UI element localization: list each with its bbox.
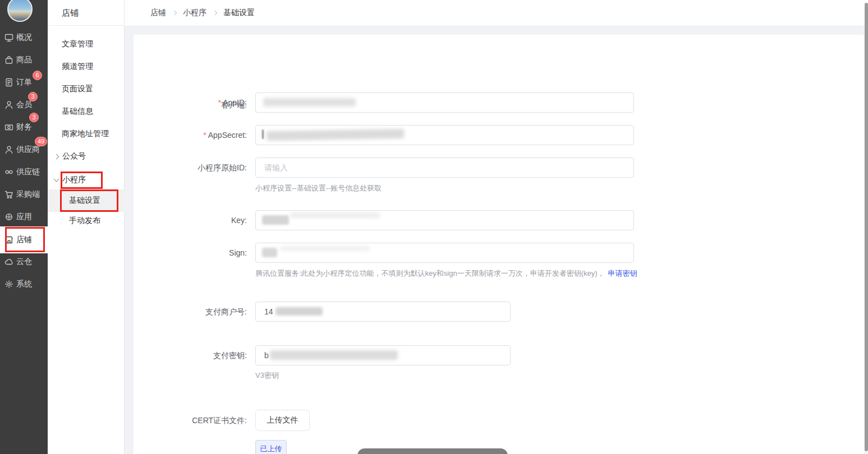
sidebar-item-label: 供应商 [16, 145, 40, 155]
sidebar-item-cloud-warehouse[interactable]: 云仓 [0, 251, 48, 273]
submenu-item-label: 基础信息 [62, 106, 93, 117]
submenu-item-addresses[interactable]: 商家地址管理 [48, 123, 125, 145]
sidebar-item-procurement[interactable]: 采购端 [0, 183, 48, 206]
dashboard-icon [4, 33, 13, 42]
uploaded-label: 已上传 [260, 444, 282, 454]
cert-label: CERT证书文件: [134, 410, 247, 430]
original-id-input[interactable] [255, 157, 634, 178]
appid-label: AppID: [223, 98, 247, 107]
apply-key-link[interactable]: 申请密钥 [608, 269, 637, 277]
pay-secret-label: 支付密钥: [134, 345, 247, 365]
appsecret-label: AppSecret: [208, 131, 247, 140]
merchant-id-field-wrap [255, 302, 511, 322]
sidebar-item-system[interactable]: 系统 [0, 273, 48, 295]
sidebar-item-overview[interactable]: 概况 [0, 26, 48, 49]
sidebar-item-label: 云仓 [16, 257, 32, 267]
sidebar-item-finance[interactable]: 财务 [0, 116, 48, 138]
submenu-item-label: 公众号 [62, 151, 86, 161]
key-field-wrap [255, 210, 634, 230]
sign-field-wrap [255, 243, 634, 263]
key-input[interactable] [255, 210, 634, 230]
upload-file-label: 上传文件 [267, 415, 298, 425]
submenu-item-label: 手动发布 [69, 216, 100, 226]
submenu-item-pages[interactable]: 页面设置 [48, 78, 125, 100]
appsecret-label-wrap: *AppSecret: [134, 125, 247, 145]
secondary-sidebar: 店铺 文章管理 频道管理 页面设置 基础信息 商家地址管理 公众号 小程序 基础… [48, 0, 125, 454]
submenu-item-label: 页面设置 [62, 84, 93, 94]
main-sidebar: 概况 商品 订单 会员 财务 供应商 供应链 采购端 [0, 0, 48, 454]
upload-file-button[interactable]: 上传文件 [255, 410, 310, 431]
sign-label: Sign: [134, 243, 247, 263]
chevron-right-icon [54, 154, 59, 159]
original-id-label: 小程序原始ID: [134, 157, 247, 178]
sidebar-item-label: 财务 [16, 122, 32, 132]
cart-icon [4, 190, 13, 199]
sidebar-item-label: 供应链 [16, 167, 40, 177]
appid-input[interactable] [255, 92, 634, 113]
supply-chain-icon [4, 168, 13, 177]
submenu-title: 店铺 [62, 0, 79, 26]
goods-icon [4, 55, 13, 64]
submenu-item-label: 文章管理 [62, 39, 93, 49]
sidebar-item-label: 店铺 [16, 235, 32, 245]
sidebar-item-label: 系统 [16, 279, 32, 289]
shop-icon [4, 235, 13, 244]
sidebar-item-goods[interactable]: 商品 [0, 49, 48, 71]
submenu-item-basic-info[interactable]: 基础信息 [48, 100, 125, 123]
uploaded-button[interactable]: 已上传 [255, 440, 287, 454]
sign-hint-text: 腾讯位置服务:此处为小程序定位功能，不填则为默认key和sign一天限制请求一万… [255, 269, 605, 277]
sidebar-item-apps[interactable]: 应用 [0, 206, 48, 228]
sidebar-item-label: 采购端 [16, 189, 40, 200]
pay-secret-hint: V3密钥 [255, 370, 279, 381]
submenu-item-basic-settings[interactable]: 基础设置 [48, 189, 125, 212]
sidebar-item-label: 商品 [16, 55, 32, 65]
settings-card: 客户端: 开启 关闭 *AppID: *AppSecret: 小程序原始ID [134, 35, 864, 454]
sidebar-item-members[interactable]: 会员 [0, 94, 48, 116]
breadcrumb-separator-icon [213, 11, 217, 15]
pay-secret-input[interactable] [255, 345, 511, 365]
members-badge: 3 [28, 92, 38, 101]
original-id-field-wrap [255, 157, 634, 178]
merchant-id-input[interactable] [255, 302, 511, 322]
submenu-item-mini-program[interactable]: 小程序 [48, 169, 125, 191]
required-mark: * [203, 131, 206, 140]
pay-secret-field-wrap [255, 345, 511, 365]
cloud-icon [4, 257, 13, 266]
apps-icon [4, 212, 13, 221]
submenu-item-articles[interactable]: 文章管理 [48, 33, 125, 55]
key-label: Key: [134, 210, 247, 230]
breadcrumb-item-basic-settings[interactable]: 基础设置 [223, 8, 255, 18]
submenu-item-channels[interactable]: 频道管理 [48, 55, 125, 78]
sign-hint: 腾讯位置服务:此处为小程序定位功能，不填则为默认key和sign一天限制请求一万… [255, 268, 637, 279]
appid-label-wrap: *AppID: [134, 92, 247, 113]
appsecret-field-wrap [255, 125, 634, 145]
breadcrumb-item-shop[interactable]: 店铺 [150, 8, 166, 18]
breadcrumb: 店铺 小程序 基础设置 [125, 0, 868, 26]
scrollbar[interactable] [865, 3, 868, 451]
finance-icon [4, 123, 13, 132]
screen: 概况 商品 订单 会员 财务 供应商 供应链 采购端 [0, 0, 868, 454]
appid-field-wrap [255, 92, 634, 113]
finance-badge: 3 [29, 113, 39, 122]
submenu-item-label: 商家地址管理 [62, 129, 109, 139]
chevron-down-icon [54, 177, 59, 182]
avatar[interactable] [7, 0, 33, 22]
suppliers-badge: 49 [35, 137, 47, 146]
breadcrumb-item-mini-program[interactable]: 小程序 [183, 8, 206, 18]
sign-input[interactable] [255, 243, 634, 263]
supplier-icon [4, 145, 13, 154]
sidebar-item-label: 订单 [16, 77, 32, 87]
divider [48, 25, 125, 26]
toast-notification [357, 448, 508, 454]
sidebar-item-shop[interactable]: 店铺 [0, 226, 48, 253]
submenu-item-manual-release[interactable]: 手动发布 [48, 210, 125, 232]
submenu-item-label: 小程序 [62, 175, 86, 185]
gear-icon [4, 280, 13, 289]
sidebar-item-supply-chain[interactable]: 供应链 [0, 161, 48, 183]
sidebar-item-label: 应用 [16, 212, 32, 222]
merchant-id-label: 支付商户号: [134, 302, 247, 322]
sidebar-item-label: 会员 [16, 100, 32, 110]
appsecret-input[interactable] [255, 125, 634, 145]
submenu-item-official-account[interactable]: 公众号 [48, 145, 125, 168]
sidebar-item-label: 概况 [16, 33, 32, 43]
